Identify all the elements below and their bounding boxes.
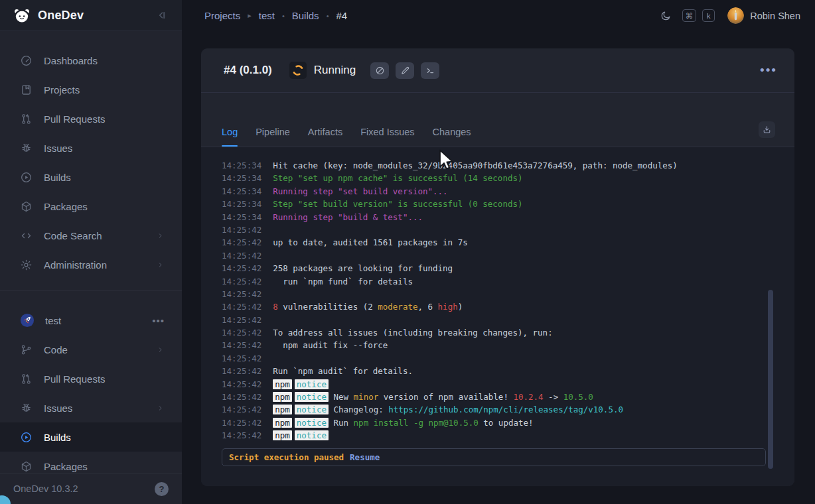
ban-icon [375, 66, 385, 76]
topbar-right: ⌘ k Robin Shen [660, 7, 800, 24]
log-message: To address all issues (including breakin… [273, 326, 552, 339]
log-line: 14:25:42Run `npm audit` for details. [222, 365, 794, 377]
log-message: npm audit fix --force [273, 339, 388, 351]
sidebar-item-projects[interactable]: Projects [0, 75, 182, 104]
tab-artifacts[interactable]: Artifacts [308, 127, 342, 147]
more-options-icon[interactable]: ••• [760, 67, 777, 74]
log-timestamp: 14:25:42 [222, 391, 261, 403]
tab-pipeline[interactable]: Pipeline [256, 127, 290, 147]
log-line: 14:25:42To address all issues (including… [222, 326, 794, 339]
user-menu[interactable]: Robin Shen [727, 7, 800, 24]
sidebar-item-code-search[interactable]: Code Search [0, 221, 182, 250]
log-timestamp: 14:25:42 [222, 339, 261, 351]
bug-icon [20, 402, 33, 414]
log-line: 14:25:42 [222, 223, 794, 236]
notice-badge: notice [295, 392, 329, 402]
pencil-icon [400, 66, 410, 76]
breadcrumb-test[interactable]: test [259, 10, 275, 21]
sidebar-item-label: Dashboards [44, 55, 98, 66]
terminal-icon [425, 66, 435, 76]
build-card-header: #4 (0.1.0) Running [201, 48, 794, 93]
sidebar-item-label: Issues [44, 403, 72, 414]
sidebar-footer: OneDev 10.3.2 ? [0, 473, 182, 504]
tab-log[interactable]: Log [222, 127, 238, 147]
gear-icon [20, 259, 33, 271]
log-message: Running step "build & test"... [273, 211, 423, 223]
log-line: 14:25:42npmnotice [222, 429, 794, 442]
log-line: 14:25:42npmnotice Run npm install -g npm… [222, 416, 794, 429]
sidebar-item-label: Pull Requests [44, 113, 106, 125]
log-message: npmnotice Changelog: https://github.com/… [273, 403, 623, 416]
log-scrollbar[interactable] [768, 290, 773, 469]
log-line: 14:25:42 [222, 314, 794, 326]
dark-mode-icon[interactable] [660, 10, 672, 22]
sidebar-item-project-builds[interactable]: Builds [0, 422, 182, 452]
sidebar: OneDev DashboardsProjectsPull RequestsIs… [0, 0, 182, 504]
log-message: run `npm fund` for details [273, 275, 413, 288]
project-row[interactable]: test••• [0, 306, 182, 335]
sidebar-item-builds[interactable]: Builds [0, 162, 182, 192]
log-line: 14:25:42 npm audit fix --force [222, 339, 794, 351]
sidebar-item-dashboards[interactable]: Dashboards [0, 46, 182, 75]
web-terminal-button[interactable] [421, 62, 439, 79]
breadcrumb-projects[interactable]: Projects [204, 10, 240, 21]
cancel-build-button[interactable] [370, 62, 389, 79]
project-name: test [45, 315, 61, 326]
log-timestamp: 14:25:42 [222, 262, 261, 275]
breadcrumb-separator: • [327, 12, 329, 20]
breadcrumb-separator: • [282, 12, 285, 20]
log-timestamp: 14:25:42 [222, 288, 261, 300]
kbd-cmd: ⌘ [682, 9, 697, 22]
log-line: 14:25:42258 packages are looking for fun… [222, 262, 794, 275]
sidebar-item-project-issues[interactable]: Issues [0, 393, 182, 422]
log-timestamp: 14:25:42 [222, 236, 261, 249]
sidebar-item-label: Issues [44, 143, 72, 154]
tab-fixed-issues[interactable]: Fixed Issues [360, 127, 414, 147]
sidebar-item-issues[interactable]: Issues [0, 133, 182, 162]
sidebar-item-packages[interactable]: Packages [0, 192, 182, 221]
sidebar-item-label: Packages [44, 201, 88, 212]
download-log-button[interactable] [759, 121, 775, 138]
log-timestamp: 14:25:42 [222, 429, 261, 442]
log-timestamp: 14:25:42 [222, 275, 261, 288]
log-line: 14:25:42 run `npm fund` for details [222, 275, 794, 288]
breadcrumb-#4: #4 [336, 10, 347, 21]
pull-request-icon [20, 373, 33, 385]
avatar [727, 7, 744, 24]
package-icon [20, 200, 33, 213]
log-lines: 14:25:34Hit cache (key: node_modules_32/… [201, 147, 794, 442]
sidebar-item-pull-requests[interactable]: Pull Requests [0, 104, 182, 133]
log-message: npmnotice [273, 378, 329, 391]
log-timestamp: 14:25:42 [222, 352, 261, 365]
code-icon [20, 229, 33, 242]
help-icon[interactable]: ? [155, 482, 169, 496]
sidebar-item-project-code[interactable]: Code [0, 335, 182, 364]
sidebar-item-project-pull-requests[interactable]: Pull Requests [0, 364, 182, 393]
breadcrumb-builds[interactable]: Builds [292, 10, 319, 21]
topbar: Projects▸test•Builds•#4 ⌘ k [182, 0, 815, 31]
resume-link[interactable]: Resume [350, 452, 380, 462]
pull-request-icon [20, 113, 33, 125]
log-message: up to date, audited 1561 packages in 7s [273, 236, 468, 249]
sidebar-item-label: Builds [44, 172, 71, 183]
log-line: 14:25:42 [222, 288, 794, 300]
sidebar-collapse-icon[interactable] [155, 9, 169, 22]
breadcrumb-separator: ▸ [248, 11, 252, 20]
project-more-icon[interactable]: ••• [152, 315, 165, 326]
log-line: 14:25:42npmnotice Changelog: https://git… [222, 403, 794, 416]
log-message: Hit cache (key: node_modules_32/9b2405aa… [273, 159, 678, 172]
log-line: 14:25:34Running step "build & test"... [222, 211, 794, 223]
log-message: Step "set build version" is successful (… [273, 198, 522, 210]
sidebar-item-administration[interactable]: Administration [0, 250, 182, 279]
version-label: OneDev 10.3.2 [13, 483, 78, 494]
bug-icon [20, 142, 33, 155]
build-status: Running [314, 64, 356, 77]
tab-changes[interactable]: Changes [433, 127, 471, 147]
log-message: Run `npm audit` for details. [273, 365, 413, 377]
chevron-right-icon [156, 404, 165, 412]
sidebar-item-label: Projects [44, 84, 80, 95]
log-timestamp: 14:25:42 [222, 365, 261, 377]
edit-build-button[interactable] [396, 62, 414, 79]
book-icon [20, 84, 33, 96]
paused-banner: Script execution paused Resume [222, 448, 766, 466]
